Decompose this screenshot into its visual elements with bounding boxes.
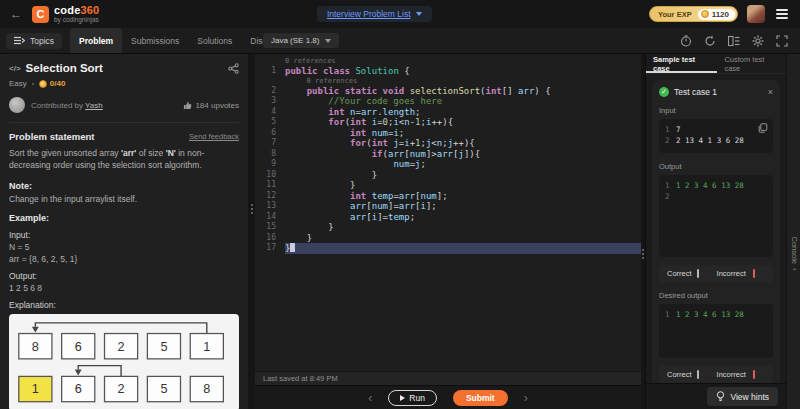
run-button[interactable]: Run (388, 390, 437, 406)
testcase-passed-icon: ✓ (659, 87, 669, 97)
back-arrow-icon[interactable]: ← (10, 7, 22, 21)
share-icon[interactable] (228, 63, 239, 74)
text-cursor (290, 243, 295, 252)
output-block: 11 2 3 4 6 13 282 (659, 175, 773, 257)
io-row: 11 2 3 4 6 13 28 (665, 180, 767, 191)
io-row: 17 (665, 124, 767, 135)
tab-sample-test-case[interactable]: Sample test case (646, 54, 717, 73)
submit-button[interactable]: Submit (453, 390, 508, 406)
view-hints-button[interactable]: View hints (707, 387, 778, 406)
console-toggle[interactable]: Console› (789, 236, 798, 270)
svg-text:6: 6 (75, 339, 82, 353)
panel-resize-handle-left[interactable] (248, 54, 255, 409)
layout-icon[interactable] (728, 35, 740, 47)
code-line[interactable]: 5 for(int i=0;i<n-1;i++){ (255, 117, 641, 128)
correct-button[interactable]: Correct (667, 269, 692, 278)
incorrect-button[interactable]: Incorrect (717, 370, 746, 379)
fullscreen-icon[interactable] (776, 35, 788, 47)
code-line[interactable]: 14 arr[i]=temp; (255, 212, 641, 223)
reset-code-icon[interactable] (704, 35, 716, 47)
code-line[interactable]: 16 } (255, 233, 641, 244)
incorrect-indicator (753, 269, 755, 278)
codelens-row[interactable]: 0 references (255, 57, 641, 66)
menu-icon[interactable] (774, 7, 790, 21)
close-icon[interactable]: × (768, 87, 773, 97)
tab-custom-test-case[interactable]: Custom test case (717, 54, 786, 73)
code-line[interactable]: 11 } (255, 180, 641, 191)
example-input-label: Input: (9, 230, 239, 240)
input-label: Input (659, 106, 773, 115)
contributor-avatar (9, 97, 25, 113)
timer-icon[interactable] (680, 35, 692, 47)
code-line[interactable]: 3 //Your code goes here (255, 96, 641, 107)
incorrect-button[interactable]: Incorrect (717, 269, 746, 278)
codelens-row[interactable]: 0 references (255, 77, 641, 86)
output-judge-buttons: Correct Incorrect (659, 265, 773, 282)
code-line[interactable]: 8 if(arr[num]>arr[j]){ (255, 149, 641, 160)
code-line[interactable]: 4 int n=arr.length; (255, 107, 641, 118)
top-bar: ← code360 by codingninjas Interview Prob… (0, 0, 800, 28)
code-line[interactable]: 6 int num=i; (255, 128, 641, 139)
desired-output-block: 11 2 3 4 6 13 28 (659, 304, 773, 358)
view-hints-label: View hints (730, 392, 769, 402)
code-line[interactable]: 2 public static void selectionSort(int[]… (255, 86, 641, 97)
topics-button[interactable]: Topics (6, 33, 62, 49)
code-line[interactable]: 7 for(int j=i+1;j<n;j++){ (255, 138, 641, 149)
example-output-value: 1 2 5 6 8 (9, 283, 239, 293)
contributor-link[interactable]: Yash (85, 101, 103, 110)
logo-title: code360 (54, 5, 99, 16)
code-line[interactable]: 17} (255, 243, 641, 254)
logo-subtitle: by codingninjas (54, 17, 99, 24)
topics-label: Topics (30, 36, 54, 46)
play-icon (400, 395, 405, 401)
code-line[interactable]: 9 num=j; (255, 159, 641, 170)
topics-list-icon (14, 36, 25, 45)
editor-action-bar: ‹ Run Submit › (255, 385, 641, 409)
code-line[interactable]: 1public class Solution { (255, 66, 641, 77)
difficulty-badge: Easy (9, 79, 27, 88)
upvotes-count[interactable]: 184 upvotes (183, 101, 239, 110)
language-selector[interactable]: Java (SE 1.8) (263, 33, 339, 48)
tab-problem[interactable]: Problem (70, 28, 122, 53)
user-avatar[interactable] (747, 5, 765, 23)
tab-solutions[interactable]: Solutions (188, 28, 241, 53)
code360-logo[interactable]: code360 by codingninjas (32, 5, 99, 24)
copy-icon[interactable] (758, 123, 768, 133)
svg-text:2: 2 (118, 382, 125, 396)
upvote-icon (183, 101, 192, 110)
svg-text:1: 1 (203, 339, 210, 353)
incorrect-indicator (753, 370, 755, 379)
lightbulb-icon (716, 391, 725, 402)
svg-text:2: 2 (118, 339, 125, 353)
coin-icon (701, 10, 709, 18)
chevron-icon: › (789, 268, 798, 271)
send-feedback-link[interactable]: Send feedback (189, 132, 239, 141)
output-label: Output (659, 162, 773, 171)
code-line[interactable]: 15 } (255, 222, 641, 233)
settings-gear-icon[interactable] (752, 35, 764, 47)
explanation-diagram: 8625116258 (9, 314, 239, 409)
desired-judge-buttons: Correct Incorrect (659, 366, 773, 383)
io-row: 2 (665, 191, 767, 202)
code-line[interactable]: 12 int temp=arr[num]; (255, 191, 641, 202)
code-line[interactable]: 10 } (255, 170, 641, 181)
app-window: ← code360 by codingninjas Interview Prob… (0, 0, 800, 409)
last-saved-status: Last saved at 8:49 PM (255, 371, 641, 385)
note-text: Change in the input arraylist itself. (9, 194, 239, 204)
prev-problem-icon[interactable]: ‹ (368, 391, 372, 405)
code-editor-panel: 0 references1public class Solution {0 re… (255, 54, 641, 409)
score-badge: 0/40 (39, 79, 66, 88)
problem-panel: Selection Sort Easy 0/40 Contributed by … (0, 54, 248, 409)
svg-text:8: 8 (32, 339, 39, 353)
coin-icon (39, 80, 47, 88)
language-label: Java (SE 1.8) (271, 36, 319, 45)
code-editor[interactable]: 0 references1public class Solution {0 re… (255, 54, 641, 371)
exp-badge[interactable]: Your EXP 1120 (649, 6, 738, 22)
io-row: 11 2 3 4 6 13 28 (665, 309, 767, 320)
correct-button[interactable]: Correct (667, 370, 692, 379)
panel-resize-handle-right[interactable] (641, 54, 645, 409)
tab-submissions[interactable]: Submissions (122, 28, 188, 53)
code-line[interactable]: 13 arr[num]=arr[i]; (255, 201, 641, 212)
next-problem-icon[interactable]: › (524, 391, 528, 405)
interview-problem-list-dropdown[interactable]: Interview Problem List (317, 6, 432, 22)
